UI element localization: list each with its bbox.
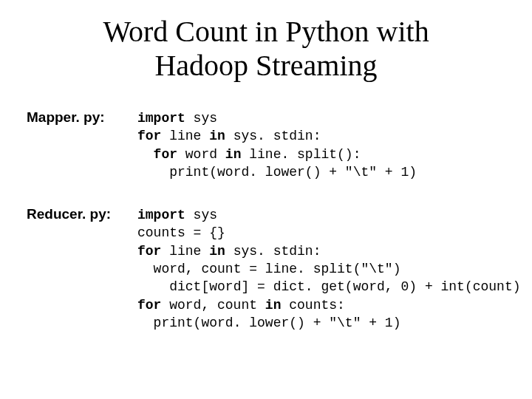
code-text: sys <box>185 111 217 126</box>
indent <box>137 262 154 276</box>
reducer-row: Reducer. py: import sys counts = {} for … <box>22 206 510 332</box>
kw-import: import <box>137 111 185 126</box>
code-text: counts: <box>281 298 344 313</box>
indent <box>137 279 169 294</box>
code-text: line <box>161 244 209 259</box>
mapper-row: Mapper. py: import sys for line in sys. … <box>22 109 510 181</box>
kw-for: for <box>137 298 161 313</box>
code-text: line. split(): <box>241 147 361 162</box>
reducer-code: import sys counts = {} for line in sys. … <box>137 206 521 332</box>
slide-title: Word Count in Python with Hadoop Streami… <box>22 15 510 83</box>
code-text: print(word. lower() + "\t" + 1) <box>169 165 417 180</box>
indent <box>137 147 154 162</box>
code-text: counts = {} <box>137 225 225 240</box>
kw-for: for <box>137 129 161 143</box>
kw-for: for <box>154 147 177 162</box>
mapper-code: import sys for line in sys. stdin: for w… <box>137 109 417 181</box>
code-text: print(word. lower() + "\t" + 1) <box>154 316 401 330</box>
code-text: sys. stdin: <box>225 244 321 259</box>
code-text: sys. stdin: <box>225 129 321 143</box>
code-text: word, count = line. split("\t") <box>154 262 401 276</box>
slide: Word Count in Python with Hadoop Streami… <box>0 0 532 399</box>
title-line-2: Hadoop Streaming <box>154 49 377 82</box>
kw-in: in <box>265 298 282 313</box>
code-text: word, count <box>161 298 265 313</box>
kw-import: import <box>137 208 185 222</box>
kw-in: in <box>225 147 242 162</box>
kw-in: in <box>209 129 225 143</box>
kw-in: in <box>209 244 225 259</box>
indent <box>137 316 154 330</box>
code-text: word <box>177 147 225 162</box>
title-line-1: Word Count in Python with <box>103 15 429 48</box>
reducer-label: Reducer. py: <box>22 206 137 222</box>
mapper-label: Mapper. py: <box>22 109 137 126</box>
kw-for: for <box>137 244 161 259</box>
code-text: sys <box>185 208 217 222</box>
code-text: line <box>161 129 209 143</box>
code-text: dict[word] = dict. get(word, 0) + int(co… <box>169 279 520 294</box>
indent <box>137 165 169 180</box>
